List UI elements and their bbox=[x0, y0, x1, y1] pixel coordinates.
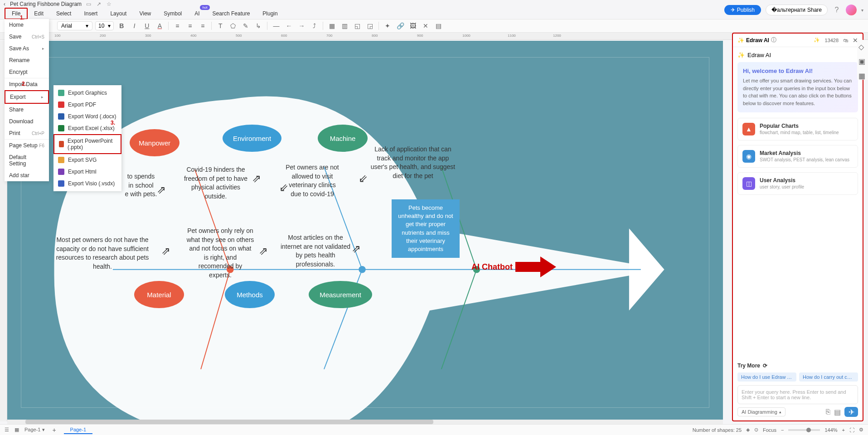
menu-item-share[interactable]: Share bbox=[5, 104, 49, 116]
menu-view[interactable]: View bbox=[133, 9, 157, 19]
menu-layout[interactable]: Layout bbox=[104, 9, 133, 19]
export-pptx[interactable]: Export PowerPoint (.pptx) bbox=[53, 134, 121, 154]
align-vertical-icon[interactable]: ≡ bbox=[198, 21, 208, 31]
chip-2[interactable]: How do I carry out comp... bbox=[799, 372, 858, 382]
menu-item-page-setup[interactable]: Page SetupF6 bbox=[5, 139, 49, 151]
chip-1[interactable]: How do I use Edraw AI fo... bbox=[737, 372, 796, 382]
menu-plugin[interactable]: Plugin bbox=[256, 9, 284, 19]
data-icon[interactable]: ▤ bbox=[433, 21, 443, 31]
window-icon[interactable]: ▭ bbox=[86, 1, 91, 7]
export-svg[interactable]: Export SVG bbox=[53, 154, 121, 166]
ungroup-icon[interactable]: ▥ bbox=[339, 21, 349, 31]
node-machine[interactable]: Machine bbox=[318, 125, 368, 152]
node-measurement[interactable]: Measurement bbox=[309, 281, 372, 308]
page-tab[interactable]: Page-1 bbox=[64, 426, 92, 434]
menu-item-default[interactable]: Default Setting bbox=[5, 151, 49, 169]
help-icon[interactable]: ? bbox=[832, 5, 841, 14]
effects-icon[interactable]: ✦ bbox=[383, 21, 393, 31]
style-icon[interactable]: ◇ bbox=[858, 43, 867, 51]
cart-icon[interactable]: 🛍 bbox=[843, 38, 848, 43]
align-left-icon[interactable]: ≡ bbox=[172, 21, 182, 31]
menu-ai[interactable]: AI hot bbox=[188, 9, 206, 19]
outline-icon[interactable]: ☰ bbox=[5, 427, 9, 433]
menu-search[interactable]: Search Feature bbox=[206, 9, 257, 19]
node-material[interactable]: Material bbox=[134, 281, 184, 308]
result-box[interactable]: Pets become unhealthy and do not get the… bbox=[392, 199, 460, 258]
menu-item-addstar[interactable]: Add star bbox=[5, 169, 49, 181]
focus-icon[interactable]: ⊙ bbox=[754, 427, 758, 433]
menu-item-encrypt[interactable]: Encrypt bbox=[5, 66, 49, 78]
export-visio[interactable]: Export Visio (.vsdx) bbox=[53, 178, 121, 189]
scrollbar-thumb[interactable] bbox=[25, 420, 433, 424]
node-environment[interactable]: Environment bbox=[223, 125, 281, 152]
share-button[interactable]: �альтернати Share bbox=[766, 5, 828, 15]
menu-item-save[interactable]: SaveCtrl+S bbox=[5, 31, 49, 43]
text-environment-cause[interactable]: Covid-19 hinders the freedom of pet to h… bbox=[179, 165, 252, 201]
arrow-start-icon[interactable]: ← bbox=[284, 21, 294, 31]
layers-icon[interactable]: ▣ bbox=[858, 57, 867, 65]
text-manpower-cause[interactable]: to spends in school e with pets. bbox=[121, 172, 161, 199]
menu-item-import[interactable]: Import Data bbox=[5, 78, 49, 90]
bold-icon[interactable]: B bbox=[116, 21, 126, 31]
menu-item-export[interactable]: Export▸ bbox=[5, 90, 49, 104]
grid-view-icon[interactable]: ▦ bbox=[15, 427, 19, 433]
avatar[interactable] bbox=[846, 5, 857, 15]
text-material-cause[interactable]: Most pet owners do not have the capacity… bbox=[55, 236, 150, 271]
text-tool-icon[interactable]: T bbox=[215, 21, 225, 31]
focus-label[interactable]: Focus bbox=[763, 427, 776, 433]
text-machine-cause-2[interactable]: Lack of application that can track and m… bbox=[370, 145, 456, 180]
zoom-in-icon[interactable]: + bbox=[842, 427, 845, 433]
text-machine-cause-1[interactable]: Pet owners are not allowed to visit vete… bbox=[283, 163, 342, 198]
bring-front-icon[interactable]: ◱ bbox=[352, 21, 362, 31]
fullscreen-icon[interactable]: ⛶ bbox=[849, 427, 854, 433]
zoom-out-icon[interactable]: − bbox=[781, 427, 784, 433]
card-user-analysis[interactable]: ◫ User Analysis user story, user profile bbox=[737, 172, 858, 195]
font-size-select[interactable]: 10▾ bbox=[95, 21, 114, 30]
image-icon[interactable]: 🖼 bbox=[408, 21, 418, 31]
menu-select[interactable]: Select bbox=[50, 9, 78, 19]
grid-icon[interactable]: ▦ bbox=[858, 72, 867, 80]
attach-icon[interactable]: ⎘ bbox=[826, 408, 830, 416]
open-external-icon[interactable]: ↗ bbox=[97, 1, 101, 7]
export-pdf[interactable]: Export PDF bbox=[53, 99, 121, 111]
node-methods[interactable]: Methods bbox=[225, 281, 275, 308]
menu-edit[interactable]: Edit bbox=[28, 9, 50, 19]
arrow-end-icon[interactable]: → bbox=[296, 21, 306, 31]
menu-item-saveas[interactable]: Save As▸ bbox=[5, 43, 49, 54]
text-measurement-cause[interactable]: Most articles on the internet are not va… bbox=[279, 233, 352, 269]
font-color-icon[interactable]: A bbox=[155, 21, 165, 31]
text-methods-cause[interactable]: Pet owners only rely on what they see on… bbox=[186, 227, 254, 280]
send-button[interactable]: ✈ bbox=[844, 407, 858, 417]
zoom-slider[interactable] bbox=[788, 429, 820, 431]
menu-item-download[interactable]: Download bbox=[5, 116, 49, 127]
card-market-analysis[interactable]: ◉ Market Analysis SWOT analysis, PEST an… bbox=[737, 145, 858, 168]
star-icon[interactable]: ☆ bbox=[107, 1, 112, 7]
chevron-down-icon[interactable]: ▾ bbox=[861, 8, 863, 13]
underline-icon[interactable]: U bbox=[142, 21, 152, 31]
connector-type-icon[interactable]: ⤴ bbox=[309, 21, 319, 31]
card-popular-charts[interactable]: ▲ Popular Charts flowchart, mind map, ta… bbox=[737, 118, 858, 140]
connector-icon[interactable]: ↳ bbox=[253, 21, 263, 31]
layers-status-icon[interactable]: ◈ bbox=[746, 427, 750, 433]
settings-icon[interactable]: ⚙ bbox=[859, 427, 863, 433]
node-manpower[interactable]: Manpower bbox=[130, 129, 179, 156]
menu-symbol[interactable]: Symbol bbox=[157, 9, 188, 19]
page-selector[interactable]: Page-1 ▾ bbox=[24, 427, 45, 433]
menu-insert[interactable]: Insert bbox=[78, 9, 104, 19]
add-page-button[interactable]: + bbox=[50, 426, 58, 434]
italic-icon[interactable]: I bbox=[129, 21, 139, 31]
tools-icon[interactable]: ✕ bbox=[421, 21, 431, 31]
line-style-icon[interactable]: — bbox=[271, 21, 281, 31]
info-icon[interactable]: ⓘ bbox=[771, 36, 776, 44]
group-icon[interactable]: ▦ bbox=[327, 21, 337, 31]
link-icon[interactable]: 🔗 bbox=[395, 21, 405, 31]
export-graphics[interactable]: Export Graphics bbox=[53, 87, 121, 99]
refresh-icon[interactable]: ⟳ bbox=[763, 362, 767, 369]
align-center-icon[interactable]: ≡ bbox=[185, 21, 195, 31]
menu-item-print[interactable]: PrintCtrl+P bbox=[5, 127, 49, 139]
shape-tool-icon[interactable]: ⬠ bbox=[228, 21, 238, 31]
send-back-icon[interactable]: ◲ bbox=[365, 21, 375, 31]
publish-button[interactable]: ✈ Publish bbox=[724, 5, 761, 15]
horizontal-scrollbar[interactable] bbox=[7, 420, 723, 424]
ai-input[interactable]: Enter your query here. Press Enter to se… bbox=[737, 385, 858, 404]
